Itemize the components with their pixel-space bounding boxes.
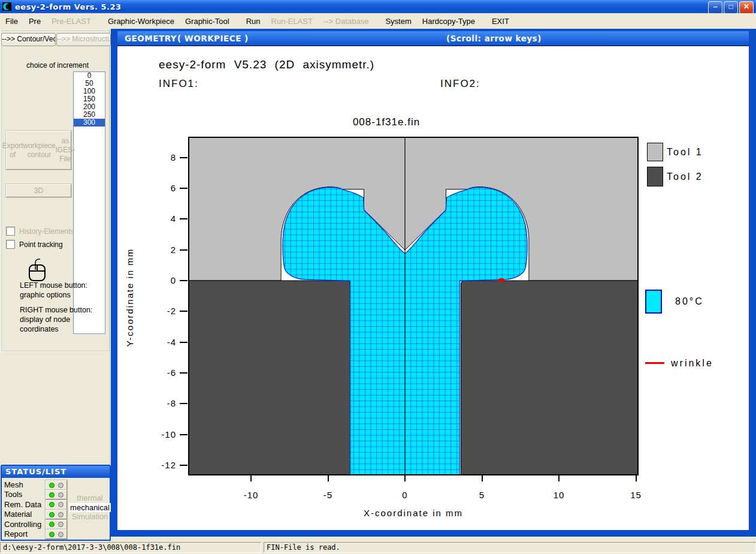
led-green bbox=[49, 492, 55, 498]
x-tick-label--5: -5 bbox=[323, 490, 332, 500]
status-led-mesh[interactable] bbox=[46, 480, 67, 490]
y-tick-8 bbox=[180, 157, 188, 158]
led-green bbox=[49, 512, 55, 517]
graphics-window-titlebar: GEOMETRY ( WORKPIECE ) (Scroll: arrow ke… bbox=[117, 31, 749, 46]
sidebar: -->> Contour/Vec. -->> Microstructure ch… bbox=[0, 29, 111, 542]
y-tick-label-6: 6 bbox=[141, 183, 176, 193]
menu-graphic-workpiece[interactable]: Graphic-Workpiece bbox=[102, 16, 180, 27]
y-tick-2 bbox=[180, 249, 188, 251]
minimize-button[interactable]: – bbox=[708, 1, 722, 14]
checkbox-box[interactable] bbox=[6, 240, 15, 249]
tab-microstructure[interactable]: -->> Microstructure bbox=[56, 33, 111, 46]
mode-thermal: thermal bbox=[69, 493, 111, 502]
led-gray bbox=[58, 492, 63, 498]
x-tick-0 bbox=[404, 475, 406, 481]
led-green bbox=[49, 532, 55, 537]
increment-option-300[interactable]: 300 bbox=[74, 119, 105, 127]
x-tick-10 bbox=[558, 475, 560, 481]
legend-swatch-tool2 bbox=[647, 167, 663, 186]
checkbox-history-elements[interactable]: History-Elements bbox=[6, 227, 74, 236]
legend-label-tool2: Tool 2 bbox=[667, 171, 703, 182]
led-gray bbox=[58, 483, 63, 488]
maximize-button[interactable]: □ bbox=[724, 1, 738, 14]
led-green bbox=[49, 522, 55, 527]
status-led-tools[interactable] bbox=[46, 490, 67, 499]
legend-label-wrinkle: wrinkle bbox=[671, 358, 713, 369]
status-led-material[interactable] bbox=[46, 510, 67, 519]
y-tick--6 bbox=[180, 372, 188, 374]
led-gray bbox=[58, 532, 63, 537]
y-tick-label--6: -6 bbox=[141, 368, 176, 378]
legend-label-temperature: 80°C bbox=[675, 296, 704, 307]
y-tick-label-0: 0 bbox=[141, 275, 176, 285]
increment-label: choice of increment bbox=[26, 61, 89, 70]
mouse-icon bbox=[27, 258, 57, 283]
menu-pre-elast[interactable]: Pre-ELAST bbox=[46, 16, 96, 27]
led-gray bbox=[58, 512, 63, 517]
tool2-shape-left bbox=[189, 281, 350, 475]
y-tick-label--10: -10 bbox=[141, 429, 176, 439]
menu-exit[interactable]: EXIT bbox=[486, 16, 515, 27]
menu-database[interactable]: --> Database bbox=[318, 16, 374, 27]
mouse-help-right: RIGHT mouse button:display of nodecoordi… bbox=[20, 305, 92, 334]
x-tick-label-15: 15 bbox=[630, 490, 642, 500]
legend-label-tool1: Tool 1 bbox=[667, 147, 703, 158]
y-axis-title: Y-coordinate in mm bbox=[125, 248, 135, 347]
menu-system[interactable]: System bbox=[380, 16, 416, 27]
menu-file[interactable]: File bbox=[0, 16, 23, 27]
mode-simulation: Simulation bbox=[69, 512, 111, 521]
x-tick--10 bbox=[250, 475, 252, 481]
y-tick-label-2: 2 bbox=[141, 245, 176, 255]
statusbar-message: FIN-File is read. bbox=[264, 542, 756, 553]
wrinkle-marker bbox=[498, 278, 505, 282]
checkbox-label: Point tracking bbox=[19, 240, 63, 249]
y-tick-label--12: -12 bbox=[141, 460, 176, 470]
statusbar-file-path: d:\eesy-2-form\2017-3-3\008\008-1f31e.fi… bbox=[0, 542, 261, 553]
geometry-label: GEOMETRY bbox=[125, 31, 177, 46]
legend-line-wrinkle bbox=[645, 362, 664, 364]
workpiece-mode-label: ( WORKPIECE ) bbox=[177, 31, 249, 46]
status-list-title: STATUS/LIST bbox=[2, 466, 110, 478]
led-gray bbox=[58, 502, 63, 507]
scroll-hint: (Scroll: arrow keys) bbox=[446, 31, 542, 46]
menu-run-elast[interactable]: Run-ELAST bbox=[266, 16, 318, 27]
menu-run[interactable]: Run bbox=[241, 16, 266, 27]
status-led-rem-data[interactable] bbox=[46, 500, 67, 510]
mouse-help-left: LEFT mouse button:graphic options bbox=[20, 281, 87, 300]
x-tick-label-5: 5 bbox=[479, 490, 485, 500]
plot-canvas[interactable]: eesy-2-form V5.23 (2D axisymmetr.) INFO1… bbox=[117, 46, 749, 530]
led-green bbox=[49, 502, 55, 507]
graphics-window: GEOMETRY ( WORKPIECE ) (Scroll: arrow ke… bbox=[111, 29, 756, 537]
x-tick--5 bbox=[328, 475, 329, 481]
button-3d[interactable]: 3D bbox=[6, 184, 71, 197]
status-list-panel: STATUS/LIST MeshToolsRem. DataMaterialCo… bbox=[1, 465, 111, 541]
fem-plot[interactable] bbox=[117, 46, 749, 531]
y-tick--12 bbox=[180, 465, 188, 466]
x-tick-label-0: 0 bbox=[402, 490, 407, 500]
y-tick-label--4: -4 bbox=[141, 337, 176, 347]
menu-hardcopy-type[interactable]: Hardcopy-Type bbox=[417, 16, 480, 27]
menu-pre[interactable]: Pre bbox=[23, 16, 46, 27]
y-tick--10 bbox=[180, 434, 188, 435]
status-bar: d:\eesy-2-form\2017-3-3\008\008-1f31e.fi… bbox=[0, 542, 756, 554]
menu-graphic-tool[interactable]: Graphic-Tool bbox=[180, 16, 235, 27]
status-rows: MeshToolsRem. DataMaterialControllingRep… bbox=[2, 478, 110, 540]
y-tick--2 bbox=[180, 311, 188, 312]
close-button[interactable]: ✕ bbox=[739, 1, 754, 14]
x-tick-label-10: 10 bbox=[554, 490, 565, 500]
y-tick-label-4: 4 bbox=[141, 213, 176, 224]
checkbox-box[interactable] bbox=[6, 227, 15, 236]
y-tick-6 bbox=[180, 188, 188, 189]
y-tick-0 bbox=[180, 280, 188, 281]
title-bar: eesy-2-form Vers. 5.23 – □ ✕ bbox=[0, 0, 756, 13]
x-tick-5 bbox=[482, 475, 483, 481]
status-led-report[interactable] bbox=[46, 529, 67, 539]
window-title: eesy-2-form Vers. 5.23 bbox=[15, 2, 122, 11]
y-tick--8 bbox=[180, 403, 188, 404]
checkbox-point-tracking[interactable]: Point tracking bbox=[6, 240, 63, 249]
export-iges-button[interactable]: Export ofworkpiece contouras IGES-File bbox=[6, 131, 71, 170]
tab-contour-vec[interactable]: -->> Contour/Vec. bbox=[1, 33, 56, 46]
x-axis-title: X-coordinate in mm bbox=[364, 508, 463, 518]
y-tick--4 bbox=[180, 342, 188, 343]
status-led-controlling[interactable] bbox=[46, 520, 67, 529]
